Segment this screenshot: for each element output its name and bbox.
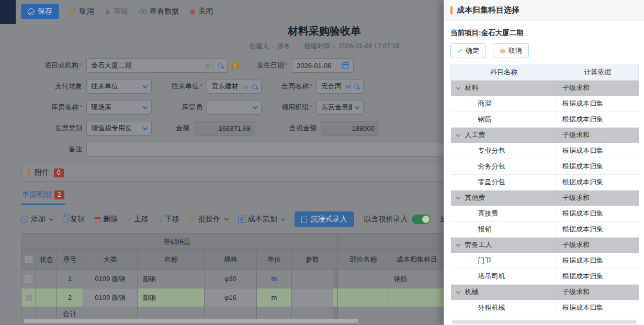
subject-row[interactable]: 外租机械 根据成本归集 <box>451 300 639 316</box>
subject-row[interactable]: 钢筋 根据成本归集 <box>451 111 639 127</box>
unit-cell: m <box>257 270 292 288</box>
basis-cell: 根据成本归集 <box>557 300 639 316</box>
subject-row[interactable]: 人工费 子级求和 <box>451 127 639 143</box>
copy-button[interactable]: 复制 <box>63 215 85 224</box>
basis-cell: 根据成本归集 <box>557 174 639 190</box>
partner-field[interactable]: 宜东建材 ⊗ <box>207 79 262 94</box>
project-field[interactable]: 金石大厦二期 ⊗ <box>86 58 228 73</box>
table-row[interactable]: 1 0109 圆钢 圆钢 φ30 m 钢筋 <box>21 270 445 288</box>
delete-button[interactable]: 删除 <box>95 215 118 224</box>
collapse-icon[interactable] <box>456 85 460 89</box>
warehouse-select[interactable]: 现场库 <box>86 100 152 115</box>
basis-cell: 根据成本归集 <box>557 143 639 159</box>
collapse-icon[interactable] <box>456 289 460 294</box>
pay-target-select[interactable]: 往来单位 <box>86 79 152 94</box>
info-icon[interactable] <box>231 62 239 70</box>
collapse-icon[interactable] <box>456 132 460 137</box>
contract-select[interactable]: 无合同 <box>317 79 364 94</box>
move-down-button[interactable]: ↓ 下移 <box>159 215 179 224</box>
subject-table-header: 科目名称 计算依据 <box>451 64 639 80</box>
chevron-down-icon <box>253 104 258 109</box>
cost-subject-drawer: 成本归集科目选择 当前项目:金石大厦二期 ✓ 确定 ⊗ 取消 科目名称 计算依据 <box>444 0 644 325</box>
subject-name-cell: 零星分包 <box>451 174 557 190</box>
subject-row[interactable]: 零星分包 根据成本归集 <box>451 174 639 190</box>
table-column-header: 状态 序号 大类 名称 规格 单位 参数 部位名称 成本归集科目 <box>21 250 445 270</box>
chevron-down-icon <box>143 83 148 88</box>
copy-icon <box>63 217 67 222</box>
drawer-cancel-button[interactable]: ⊗ 取消 <box>493 43 529 58</box>
subject-row[interactable]: 材料 子级求和 <box>451 80 639 96</box>
horizontal-scrollbar[interactable] <box>24 319 358 323</box>
subject-name-cell: 商混 <box>451 96 557 111</box>
subject-name-cell: 报销 <box>451 221 557 237</box>
current-project: 当前项目:金石大厦二期 <box>450 28 638 38</box>
gear-icon: ⚙ <box>189 216 196 223</box>
attachment-label: 附件 <box>35 168 49 177</box>
save-button[interactable]: 保存 <box>21 4 59 19</box>
cost-plan-button[interactable]: 成本策划 <box>238 215 285 224</box>
batch-ops-button[interactable]: ⚙ 批操作 <box>189 215 228 224</box>
basis-cell: 根据成本归集 <box>557 221 639 237</box>
search-icon[interactable] <box>354 84 359 89</box>
subject-row[interactable]: 报销 根据成本归集 <box>451 221 639 237</box>
caret-down-icon <box>280 216 285 220</box>
basis-cell: 根据成本归集 <box>557 96 639 111</box>
detail-table-body: 基础信息 状态 序号 大类 名称 规格 单位 参数 部位名称 成本归集科目 1 … <box>21 234 445 321</box>
subject-row[interactable]: 直接费 根据成本归集 <box>451 206 639 221</box>
row-checkbox[interactable] <box>25 275 32 283</box>
subject-row[interactable]: 劳务分包 根据成本归集 <box>451 159 639 174</box>
basis-cell: 子级求和 <box>557 284 639 300</box>
invoice-type-select[interactable]: 增值税专用发 <box>86 121 152 136</box>
select-all-checkbox[interactable] <box>25 256 32 263</box>
invoice-type-label: 发票类别 <box>21 124 86 133</box>
collapse-icon[interactable] <box>456 242 460 246</box>
trash-icon <box>95 217 100 222</box>
row-checkbox[interactable] <box>25 294 32 301</box>
amount-label: 金额 <box>152 124 194 133</box>
subject-row[interactable]: 劳务工人 子级求和 <box>451 237 639 253</box>
subject-name-cell: 专业分包 <box>451 143 557 159</box>
subject-row[interactable]: 门卫 根据成本归集 <box>451 253 639 268</box>
basis-cell: 根据成本归集 <box>557 253 639 268</box>
remark-label: 备注 <box>21 144 86 154</box>
subject-name-cell: 材料 <box>451 80 557 96</box>
subject-row[interactable]: 其他费 子级求和 <box>451 190 639 206</box>
part-name-cell <box>338 288 389 307</box>
team-select[interactable]: 东营金辰建筑- <box>317 100 364 115</box>
seq-cell: 1 <box>57 270 83 288</box>
cancel-button[interactable]: ↺ 取消 <box>70 7 94 16</box>
subject-row[interactable]: 机械 子级求和 <box>451 284 639 300</box>
collapse-icon[interactable] <box>456 195 460 199</box>
pay-target-label: 支付对象 <box>21 82 86 91</box>
keeper-select[interactable] <box>207 100 262 115</box>
contract-label: 合同名称* <box>262 82 317 91</box>
search-icon[interactable] <box>252 84 257 89</box>
audit-button[interactable]: ♟ 审核 <box>104 7 128 16</box>
confirm-button[interactable]: ✓ 确定 <box>450 43 486 58</box>
keeper-label: 库管员 <box>152 103 207 112</box>
subject-row[interactable]: 专业分包 根据成本归集 <box>451 143 639 159</box>
immersive-entry-button[interactable]: 沉浸式录入 <box>295 211 354 227</box>
subject-name-cell: 劳务工人 <box>451 237 557 253</box>
subject-table: 科目名称 计算依据 材料 子级求和 商混 根据成本归集 钢筋 根据成本归集 人工… <box>450 64 639 316</box>
param-cell <box>292 288 333 307</box>
close-button[interactable]: ⊗ 关闭 <box>189 7 213 16</box>
clear-icon[interactable]: ⊗ <box>205 62 211 69</box>
clear-icon[interactable]: ⊗ <box>243 83 248 90</box>
drawer-title: 成本归集科目选择 <box>457 5 519 15</box>
tax-price-toggle[interactable] <box>412 215 431 224</box>
table-row[interactable]: 2 0109 圆钢 圆钢 φ16 m <box>21 288 445 307</box>
tax-price-toggle-group: 以含税价录入 <box>364 215 431 224</box>
add-button[interactable]: 添加 <box>21 215 53 224</box>
subject-row[interactable]: 塔吊司机 根据成本归集 <box>451 268 639 284</box>
move-up-button[interactable]: ↑ 上移 <box>128 215 149 224</box>
amount-field: 166371.68 <box>194 121 255 136</box>
view-data-button[interactable]: 查看数据 <box>139 7 179 16</box>
subject-row[interactable]: 商混 根据成本归集 <box>451 96 639 111</box>
calendar-icon[interactable] <box>342 62 349 69</box>
tax-incl-amount-field: 188000 <box>321 121 379 136</box>
drawer-horizontal-scrollbar[interactable] <box>452 320 637 324</box>
occur-date-field[interactable]: 2026-01-06 <box>292 58 354 73</box>
search-icon[interactable] <box>218 63 223 68</box>
tab-detail[interactable]: 单据明细 2 <box>21 190 65 205</box>
